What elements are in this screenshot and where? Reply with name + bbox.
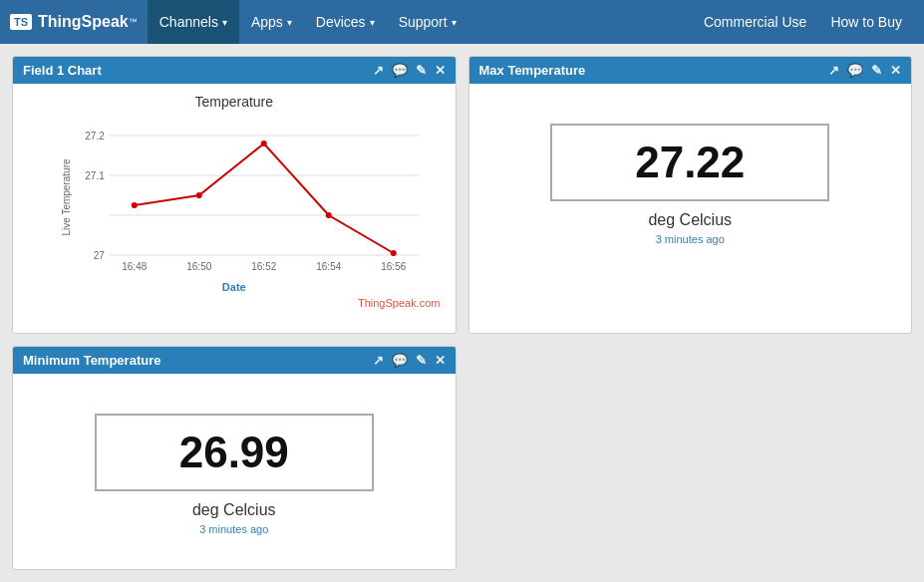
chart-title: Temperature <box>194 94 273 110</box>
min-temp-value: 26.99 <box>179 428 289 477</box>
chevron-down-icon: ▾ <box>222 17 227 28</box>
nav-support[interactable]: Support ▾ <box>387 0 468 44</box>
max-temp-time: 3 minutes ago <box>656 233 725 245</box>
navbar: TS ThingSpeak ™ Channels ▾ Apps ▾ Device… <box>0 0 924 44</box>
chart-container: Live Temperature 27.2 27.1 27 16:48 16:5… <box>28 116 441 279</box>
svg-text:16:54: 16:54 <box>316 261 341 272</box>
min-temp-title: Minimum Temperature <box>23 353 373 368</box>
brand-tm: ™ <box>129 17 138 27</box>
min-temp-header: Minimum Temperature ↗ 💬 ✎ ✕ <box>13 347 456 374</box>
svg-text:27.2: 27.2 <box>85 131 105 142</box>
external-link-icon[interactable]: ↗ <box>373 353 384 368</box>
min-temp-time: 3 minutes ago <box>199 523 268 535</box>
max-temp-widget: Max Temperature ↗ 💬 ✎ ✕ 27.22 deg Celciu… <box>468 56 913 334</box>
svg-point-12 <box>132 202 138 208</box>
logo-box: TS <box>10 14 32 30</box>
max-temp-unit: deg Celcius <box>648 211 732 229</box>
max-temp-body: 27.22 deg Celcius 3 minutes ago <box>469 84 912 265</box>
svg-text:27.1: 27.1 <box>85 170 105 181</box>
chevron-down-icon: ▾ <box>287 17 292 28</box>
field1-chart-body: Temperature Live Temperature 27.2 27.1 2… <box>13 84 456 319</box>
field1-chart-header: Field 1 Chart ↗ 💬 ✎ ✕ <box>13 57 456 84</box>
max-temp-header: Max Temperature ↗ 💬 ✎ ✕ <box>469 57 912 84</box>
svg-text:16:48: 16:48 <box>122 261 147 272</box>
edit-icon[interactable]: ✎ <box>416 353 427 368</box>
field1-chart-widget: Field 1 Chart ↗ 💬 ✎ ✕ Temperature Live T… <box>12 56 457 334</box>
svg-text:27: 27 <box>94 250 106 261</box>
edit-icon[interactable]: ✎ <box>416 63 427 78</box>
svg-text:16:52: 16:52 <box>251 261 276 272</box>
edit-icon[interactable]: ✎ <box>871 63 882 78</box>
y-axis-label: Live Temperature <box>61 158 72 235</box>
chevron-down-icon: ▾ <box>370 17 375 28</box>
comment-icon[interactable]: 💬 <box>392 353 408 368</box>
max-value-box: 27.22 <box>550 124 829 201</box>
brand-name: ThingSpeak <box>38 13 129 31</box>
thingspeak-credit: ThingSpeak.com <box>28 297 441 309</box>
nav-commercial-use[interactable]: Commercial Use <box>692 0 818 44</box>
svg-text:16:56: 16:56 <box>381 261 406 272</box>
svg-text:16:50: 16:50 <box>186 261 211 272</box>
nav-devices[interactable]: Devices ▾ <box>304 0 387 44</box>
nav-right: Commercial Use How to Buy <box>692 0 914 44</box>
max-temp-icons: ↗ 💬 ✎ ✕ <box>828 63 901 78</box>
svg-point-14 <box>261 141 267 146</box>
min-temp-unit: deg Celcius <box>192 501 276 519</box>
comment-icon[interactable]: 💬 <box>847 63 863 78</box>
nav-how-to-buy[interactable]: How to Buy <box>818 0 914 44</box>
dashboard: Field 1 Chart ↗ 💬 ✎ ✕ Temperature Live T… <box>0 44 924 582</box>
temperature-chart: 27.2 27.1 27 16:48 16:50 16:52 16:54 16:… <box>58 116 441 275</box>
comment-icon[interactable]: 💬 <box>392 63 408 78</box>
brand-logo[interactable]: TS ThingSpeak ™ <box>10 13 138 31</box>
close-icon[interactable]: ✕ <box>435 353 446 368</box>
close-icon[interactable]: ✕ <box>435 63 446 78</box>
svg-point-15 <box>326 212 332 218</box>
nav-apps[interactable]: Apps ▾ <box>239 0 304 44</box>
min-temp-widget: Minimum Temperature ↗ 💬 ✎ ✕ 26.99 deg Ce… <box>12 346 457 570</box>
min-temp-icons: ↗ 💬 ✎ ✕ <box>373 353 446 368</box>
nav-channels[interactable]: Channels ▾ <box>148 0 239 44</box>
x-axis-label: Date <box>222 281 246 293</box>
max-temp-value: 27.22 <box>635 138 745 187</box>
chevron-down-icon: ▾ <box>452 17 457 28</box>
close-icon[interactable]: ✕ <box>890 63 901 78</box>
external-link-icon[interactable]: ↗ <box>373 63 384 78</box>
external-link-icon[interactable]: ↗ <box>828 63 839 78</box>
min-temp-body: 26.99 deg Celcius 3 minutes ago <box>13 374 456 555</box>
min-value-box: 26.99 <box>95 414 374 491</box>
field1-chart-title: Field 1 Chart <box>23 63 373 78</box>
svg-point-13 <box>196 192 202 198</box>
max-temp-title: Max Temperature <box>479 63 829 78</box>
field1-chart-icons: ↗ 💬 ✎ ✕ <box>373 63 446 78</box>
svg-point-16 <box>391 250 397 256</box>
